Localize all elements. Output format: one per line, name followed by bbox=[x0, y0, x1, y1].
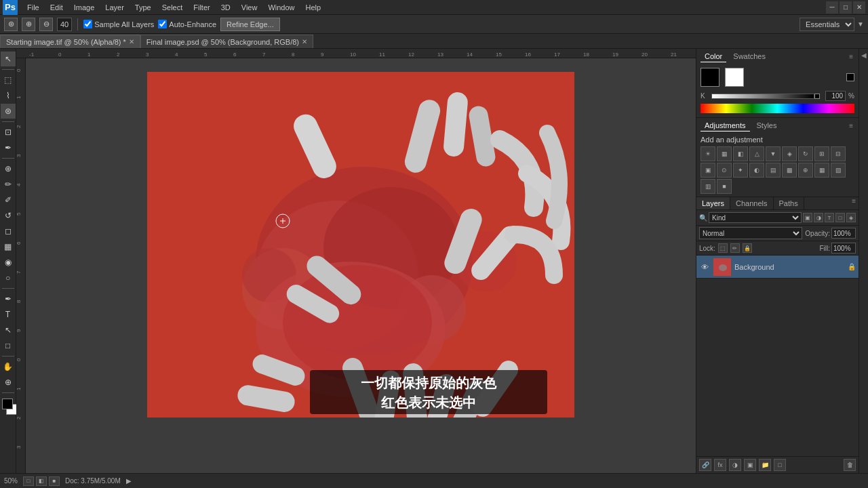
screen-mode-2[interactable]: ◧ bbox=[36, 476, 47, 486]
hdr-icon[interactable]: ▧ bbox=[831, 163, 846, 178]
tab-adjustments[interactable]: Adjustments bbox=[701, 120, 750, 131]
foreground-color[interactable] bbox=[2, 399, 13, 409]
brush-size-field[interactable]: 40 bbox=[57, 18, 72, 31]
history-brush-tool[interactable]: ↺ bbox=[1, 208, 16, 223]
lock-all-icon[interactable]: 🔒 bbox=[743, 243, 752, 253]
pixel-filter-icon[interactable]: ▣ bbox=[803, 213, 812, 222]
eraser-tool[interactable]: ◻ bbox=[1, 224, 16, 239]
adjustment-filter-icon[interactable]: ◑ bbox=[814, 213, 823, 222]
menu-layer[interactable]: Layer bbox=[100, 2, 130, 13]
selective-color-icon[interactable]: ⊕ bbox=[798, 163, 813, 178]
gradient-tool[interactable]: ▦ bbox=[1, 239, 16, 254]
close-button[interactable]: ✕ bbox=[853, 1, 865, 14]
add-mask-button[interactable]: ◑ bbox=[729, 459, 741, 471]
hand-tool[interactable]: ✋ bbox=[1, 359, 16, 374]
blur-tool[interactable]: ◉ bbox=[1, 255, 16, 270]
menu-type[interactable]: Type bbox=[130, 2, 157, 13]
workspace-select[interactable]: Essentials bbox=[800, 18, 854, 31]
menu-window[interactable]: Window bbox=[262, 2, 300, 13]
foreground-swatch[interactable] bbox=[701, 68, 719, 87]
screen-mode-3[interactable]: ■ bbox=[49, 476, 60, 486]
color-swatches[interactable] bbox=[1, 399, 16, 419]
desaturate-icon[interactable]: ▥ bbox=[701, 179, 715, 194]
opacity-input[interactable] bbox=[831, 228, 856, 239]
layers-kind-select[interactable]: Kind bbox=[709, 212, 802, 223]
text-tool[interactable]: T bbox=[1, 307, 16, 322]
maximize-button[interactable]: □ bbox=[840, 1, 852, 14]
menu-help[interactable]: Help bbox=[300, 2, 327, 13]
tab-final-image[interactable]: Final image.psd @ 50% (Background, RGB/8… bbox=[140, 35, 313, 48]
status-arrows[interactable]: ▶ bbox=[126, 477, 132, 485]
posterize-icon[interactable]: ◐ bbox=[749, 163, 764, 178]
k-slider[interactable] bbox=[711, 94, 814, 99]
collapse-icon[interactable]: ◀ bbox=[860, 52, 867, 59]
brush-tool[interactable]: ✏ bbox=[1, 177, 16, 192]
color-panel-expand[interactable]: ≡ bbox=[848, 53, 854, 60]
shape-tool[interactable]: □ bbox=[1, 338, 16, 353]
path-select-tool[interactable]: ↖ bbox=[1, 323, 16, 338]
layer-visibility-toggle[interactable]: 👁 bbox=[699, 262, 710, 272]
invert-icon[interactable]: ✦ bbox=[733, 163, 748, 178]
subtract-from-selection-icon[interactable]: ⊖ bbox=[39, 18, 53, 31]
curves-icon[interactable]: ◧ bbox=[733, 146, 748, 161]
workspace-expand-icon[interactable]: ▼ bbox=[857, 20, 864, 28]
levels-icon[interactable]: ▦ bbox=[717, 146, 732, 161]
delete-layer-button[interactable]: 🗑 bbox=[844, 459, 856, 471]
match-color-icon[interactable]: ■ bbox=[717, 179, 732, 194]
tab-color[interactable]: Color bbox=[701, 51, 726, 62]
add-to-selection-icon[interactable]: ⊕ bbox=[22, 18, 35, 31]
fill-input[interactable] bbox=[831, 243, 856, 253]
menu-view[interactable]: View bbox=[236, 2, 263, 13]
refine-edge-button[interactable]: Refine Edge... bbox=[220, 18, 280, 31]
lock-position-icon[interactable]: ✏ bbox=[730, 243, 740, 253]
color-spectrum[interactable] bbox=[701, 104, 854, 113]
dodge-tool[interactable]: ○ bbox=[1, 270, 16, 285]
new-group-button[interactable]: 📁 bbox=[759, 459, 771, 471]
brightness-contrast-icon[interactable]: ☀ bbox=[701, 146, 715, 161]
adjustments-panel-expand[interactable]: ≡ bbox=[848, 122, 854, 129]
tab-swatches[interactable]: Swatches bbox=[729, 51, 770, 62]
channel-mixer-icon[interactable]: ▣ bbox=[701, 163, 715, 178]
layer-background[interactable]: 👁 Background 🔒 bbox=[696, 256, 859, 279]
canvas-container[interactable]: 一切都保持原始的灰色 红色表示未选中 bbox=[26, 58, 696, 473]
exposure-icon[interactable]: △ bbox=[749, 146, 764, 161]
photo-filter-icon[interactable]: ⊟ bbox=[831, 146, 846, 161]
tab-channels[interactable]: Channels bbox=[730, 197, 773, 209]
tab-styles[interactable]: Styles bbox=[753, 120, 781, 131]
gradient-map-icon[interactable]: ▩ bbox=[782, 163, 797, 178]
blend-mode-select[interactable]: Normal bbox=[699, 227, 802, 239]
layers-panel-menu[interactable]: ≡ bbox=[849, 197, 859, 209]
pen-tool[interactable]: ✒ bbox=[1, 291, 16, 306]
tab-paths[interactable]: Paths bbox=[774, 197, 804, 209]
bw-icon[interactable]: ⊞ bbox=[814, 146, 829, 161]
auto-enhance-checkbox[interactable]: Auto-Enhance bbox=[158, 20, 216, 28]
menu-select[interactable]: Select bbox=[157, 2, 189, 13]
screen-mode-1[interactable]: □ bbox=[23, 476, 34, 486]
menu-file[interactable]: File bbox=[22, 2, 45, 13]
lock-pixels-icon[interactable]: ⬚ bbox=[718, 243, 728, 253]
shadows-highlight-icon[interactable]: ▦ bbox=[814, 163, 829, 178]
quick-select-tool-icon[interactable]: ⊛ bbox=[4, 18, 18, 31]
menu-image[interactable]: Image bbox=[68, 2, 100, 13]
vibrance-icon[interactable]: ▼ bbox=[766, 146, 781, 161]
zoom-value[interactable]: 50% bbox=[4, 477, 18, 485]
menu-edit[interactable]: Edit bbox=[45, 2, 68, 13]
color-balance-icon[interactable]: ↻ bbox=[798, 146, 813, 161]
healing-brush-tool[interactable]: ⊕ bbox=[1, 161, 16, 176]
new-layer-button[interactable]: □ bbox=[774, 459, 786, 471]
k-slider-thumb[interactable] bbox=[814, 94, 820, 99]
background-swatch[interactable] bbox=[725, 68, 744, 87]
menu-3d[interactable]: 3D bbox=[216, 2, 236, 13]
clone-stamp-tool[interactable]: ✐ bbox=[1, 192, 16, 207]
lasso-tool[interactable]: ⌇ bbox=[1, 88, 16, 103]
move-tool[interactable]: ↖ bbox=[1, 52, 16, 66]
hue-sat-icon[interactable]: ◈ bbox=[782, 146, 797, 161]
color-lookup-icon[interactable]: ⊙ bbox=[717, 163, 732, 178]
right-collapse-panel[interactable]: ◀ bbox=[859, 49, 868, 473]
shape-filter-icon[interactable]: □ bbox=[835, 213, 845, 222]
marquee-tool[interactable]: ⬚ bbox=[1, 73, 16, 87]
new-adjustment-button[interactable]: ▣ bbox=[744, 459, 756, 471]
fx-button[interactable]: fx bbox=[714, 459, 726, 471]
eyedropper-tool[interactable]: ✒ bbox=[1, 140, 16, 155]
tab-starting-image[interactable]: Starting image.tif @ 50% (Alpha/8) * ✕ bbox=[0, 35, 140, 48]
